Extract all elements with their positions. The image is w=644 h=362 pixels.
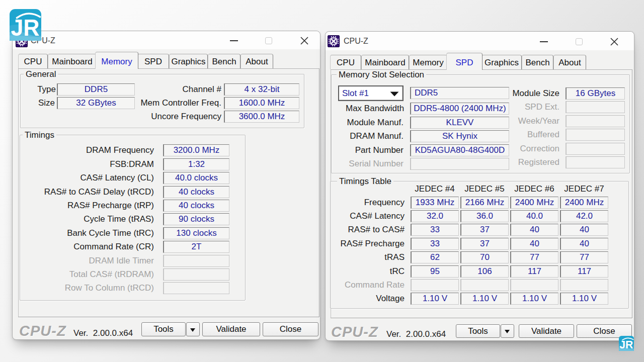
svg-text:JR: JR bbox=[619, 338, 633, 351]
svg-text:JR: JR bbox=[11, 15, 40, 41]
